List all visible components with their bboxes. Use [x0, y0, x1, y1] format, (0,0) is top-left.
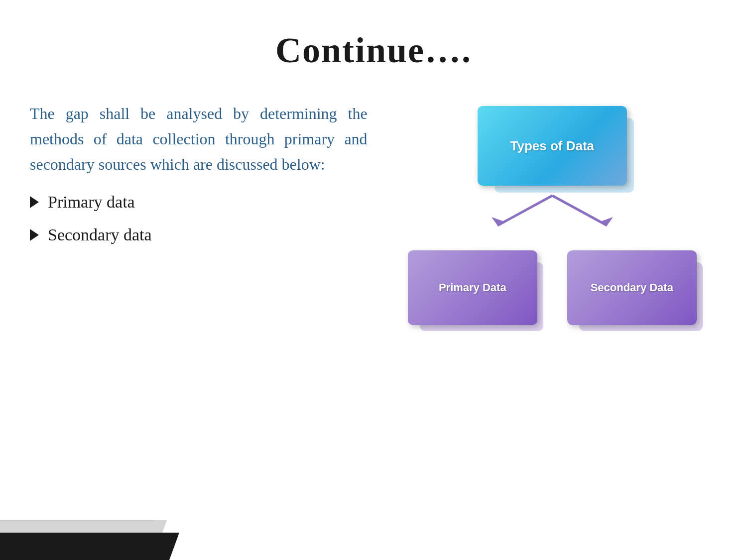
arrow-diagram-svg — [458, 193, 647, 238]
bullet-item-secondary-label: Secondary data — [48, 225, 152, 244]
deco-stripes — [0, 520, 209, 560]
bullet-arrow-icon — [30, 196, 39, 208]
title-area: Continue…. — [0, 0, 747, 91]
primary-data-label: Primary Data — [439, 281, 506, 294]
secondary-data-label: Secondary Data — [591, 281, 673, 294]
bottom-decoration — [0, 520, 209, 560]
deco-gray-stripe — [0, 520, 167, 534]
svg-marker-1 — [492, 217, 505, 225]
svg-line-0 — [498, 196, 552, 225]
arrow-area — [453, 191, 652, 240]
secondary-data-box: Secondary Data — [567, 250, 697, 325]
bullet-list: Primary data Secondary data — [30, 193, 368, 244]
list-item: Secondary data — [30, 225, 368, 244]
deco-black-stripe — [0, 533, 179, 560]
bullet-item-primary-label: Primary data — [48, 193, 135, 212]
page-title: Continue…. — [0, 30, 747, 71]
diagram-column: Types of Data Primary Data Secondary Dat… — [387, 101, 717, 325]
content-area: The gap shall be analysed by determining… — [0, 101, 747, 325]
primary-data-box: Primary Data — [408, 250, 537, 325]
bottom-boxes: Primary Data Secondary Data — [408, 250, 697, 325]
types-of-data-label: Types of Data — [510, 138, 595, 154]
left-column: The gap shall be analysed by determining… — [30, 101, 387, 325]
body-paragraph: The gap shall be analysed by determining… — [30, 101, 368, 178]
bullet-arrow-icon — [30, 229, 39, 241]
types-of-data-box: Types of Data — [478, 106, 627, 186]
list-item: Primary data — [30, 193, 368, 212]
svg-line-2 — [552, 196, 607, 225]
